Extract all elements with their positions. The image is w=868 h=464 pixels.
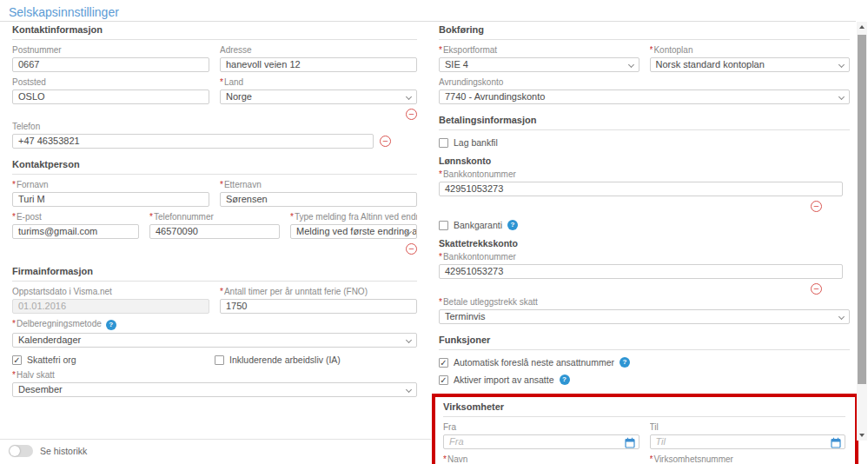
- page-title: Selskapsinnstillinger: [9, 5, 119, 19]
- eksportformat-label: *Eksportformat: [439, 45, 639, 55]
- chevron-down-icon: [838, 62, 845, 68]
- lonnskonto-subheader: Lønnskonto: [439, 156, 850, 166]
- triangle-up-icon: [859, 25, 865, 29]
- section-header: Bokføring: [439, 24, 850, 40]
- left-column: Kontaktinformasjon Postnummer 0667 Adres…: [12, 23, 417, 397]
- oppstartsdato-field: Oppstartsdato i Visma.net 01.01.2016: [12, 287, 209, 314]
- telefonnummer-field: *Telefonnummer 46570090: [149, 212, 280, 239]
- remove-telefon-icon[interactable]: −: [380, 136, 391, 147]
- section-kontaktinformasjon: Kontaktinformasjon Postnummer 0667 Adres…: [12, 24, 417, 149]
- delberegningsmetode-label: *Delberegningsmetode?: [12, 319, 417, 330]
- title-divider: [0, 21, 856, 22]
- section-header: Kontaktinformasjon: [12, 24, 417, 40]
- fornavn-input[interactable]: Turi M: [12, 192, 209, 207]
- antall-timer-field: *Antall timer per år unntatt ferie (FNO)…: [220, 287, 417, 314]
- kontoplan-field: *Kontoplan Norsk standard kontoplan: [650, 45, 851, 72]
- fra-field: Fra Fra: [443, 422, 639, 449]
- telefonnummer-input[interactable]: 46570090: [149, 224, 280, 239]
- remove-skattetrekkskonto-icon[interactable]: −: [811, 283, 822, 295]
- poststed-label: Poststed: [12, 77, 209, 87]
- chevron-down-icon: [627, 62, 633, 68]
- chevron-down-icon: [406, 387, 412, 393]
- land-field: *Land Norge: [220, 77, 417, 104]
- telefon-field: Telefon +47 46353821 −: [12, 122, 417, 149]
- chevron-down-icon: [406, 94, 412, 100]
- postnummer-input[interactable]: 0667: [12, 57, 209, 72]
- betale-utleggstrekk-field: *Betale utleggstrekk skatt Terminvis: [439, 297, 850, 324]
- epost-label: *E-post: [12, 212, 139, 222]
- inkluderende-label: Inkluderende arbeidsliv (IA): [229, 355, 341, 365]
- company-settings-page: Selskapsinnstillinger Kontaktinformasjon…: [0, 0, 868, 464]
- skatt-bankkontonummer-input[interactable]: 42951053273: [439, 264, 843, 279]
- telefon-label: Telefon: [12, 122, 417, 131]
- section-funksjoner: Funksjoner ✓ Automatisk foreslå neste an…: [439, 335, 850, 385]
- info-icon[interactable]: ?: [106, 320, 116, 330]
- antall-timer-label: *Antall timer per år unntatt ferie (FNO): [220, 287, 417, 296]
- adresse-input[interactable]: hanevoll veien 12: [220, 57, 417, 72]
- auto-ansattnummer-row: ✓ Automatisk foreslå neste ansattnummer …: [439, 357, 850, 368]
- scrollbar-thumb[interactable]: [858, 35, 866, 384]
- aktiver-import-label: Aktiver import av ansatte: [454, 375, 554, 385]
- bankgaranti-row: Bankgaranti ?: [439, 220, 850, 230]
- calendar-icon[interactable]: [625, 437, 635, 449]
- skattefri-org-label: Skattefri org: [27, 355, 76, 365]
- avrundingskonto-select[interactable]: 7740 - Avrundingskonto: [439, 89, 850, 104]
- etternavn-field: *Etternavn Sørensen: [220, 180, 417, 207]
- remove-lonnskonto-icon[interactable]: −: [811, 201, 822, 212]
- til-field: Til Til: [650, 422, 846, 449]
- antall-timer-input[interactable]: 1750: [220, 299, 417, 314]
- telefon-input[interactable]: +47 46353821: [12, 134, 374, 149]
- auto-ansattnummer-checkbox[interactable]: ✓: [439, 358, 448, 368]
- betale-utleggstrekk-select[interactable]: Terminvis: [439, 309, 850, 324]
- section-betalingsinformasjon: Betalingsinformasjon Lag bankfil Lønnsko…: [439, 115, 850, 324]
- til-date-input[interactable]: Til: [650, 434, 846, 449]
- navn-field: *Navn MaiSimba: [443, 454, 639, 464]
- land-select[interactable]: Norge: [220, 89, 417, 104]
- halv-skatt-select[interactable]: Desember: [12, 382, 417, 397]
- info-icon[interactable]: ?: [620, 357, 630, 368]
- inkluderende-row: Inkluderende arbeidsliv (IA): [215, 355, 417, 365]
- vertical-scrollbar[interactable]: [857, 22, 867, 441]
- land-label: *Land: [220, 77, 417, 87]
- remove-address-icon[interactable]: −: [406, 109, 417, 120]
- etternavn-label: *Etternavn: [220, 180, 417, 189]
- lag-bankfil-checkbox[interactable]: [439, 138, 448, 148]
- adresse-label: Adresse: [220, 45, 417, 55]
- footer: Se historikk: [9, 445, 87, 457]
- delberegningsmetode-select[interactable]: Kalenderdager: [12, 333, 417, 348]
- chevron-down-icon: [838, 314, 845, 320]
- section-kontaktperson: Kontaktperson *Fornavn Turi M *Etternavn…: [12, 159, 417, 255]
- bankkontonummer-label: *Bankkontonummer: [439, 252, 850, 262]
- section-header: Virksomheter: [443, 401, 845, 417]
- bankgaranti-checkbox[interactable]: [439, 221, 448, 230]
- betale-utleggstrekk-label: *Betale utleggstrekk skatt: [439, 297, 850, 307]
- lag-bankfil-label: Lag bankfil: [454, 137, 498, 148]
- type-melding-label: *Type melding fra Altinn ved endret skat…: [290, 212, 417, 222]
- remove-kontaktperson-icon[interactable]: −: [406, 243, 417, 255]
- eksportformat-select[interactable]: SIE 4: [439, 57, 639, 72]
- avrundingskonto-label: Avrundingskonto: [439, 77, 850, 87]
- lonnskonto-bankkontonummer-input[interactable]: 42951053273: [439, 182, 843, 196]
- section-virksomheter: Virksomheter Fra Fra Til Til: [443, 401, 845, 464]
- scroll-up-button[interactable]: [857, 22, 867, 32]
- eksportformat-field: *Eksportformat SIE 4: [439, 45, 639, 72]
- skattefri-org-checkbox[interactable]: ✓: [12, 355, 22, 365]
- se-historikk-toggle[interactable]: [9, 445, 33, 457]
- fra-label: Fra: [443, 422, 639, 432]
- epost-input[interactable]: turims@gmail.com: [12, 224, 139, 239]
- aktiver-import-row: ✓ Aktiver import av ansatte ?: [439, 375, 850, 385]
- kontoplan-select[interactable]: Norsk standard kontoplan: [650, 57, 851, 72]
- etternavn-input[interactable]: Sørensen: [220, 192, 417, 207]
- type-melding-select[interactable]: Melding ved første endring av skattekort: [290, 224, 417, 239]
- scroll-down-button[interactable]: [857, 430, 867, 441]
- info-icon[interactable]: ?: [560, 375, 570, 385]
- fra-date-input[interactable]: Fra: [443, 434, 639, 449]
- calendar-icon[interactable]: [831, 437, 841, 449]
- lonnskonto-bankkontonummer-field: *Bankkontonummer 42951053273: [439, 169, 850, 196]
- fornavn-label: *Fornavn: [12, 180, 209, 189]
- poststed-input[interactable]: OSLO: [12, 89, 209, 104]
- inkluderende-checkbox[interactable]: [215, 355, 224, 365]
- section-header: Betalingsinformasjon: [439, 115, 850, 130]
- info-icon[interactable]: ?: [507, 220, 518, 230]
- aktiver-import-checkbox[interactable]: ✓: [439, 375, 448, 385]
